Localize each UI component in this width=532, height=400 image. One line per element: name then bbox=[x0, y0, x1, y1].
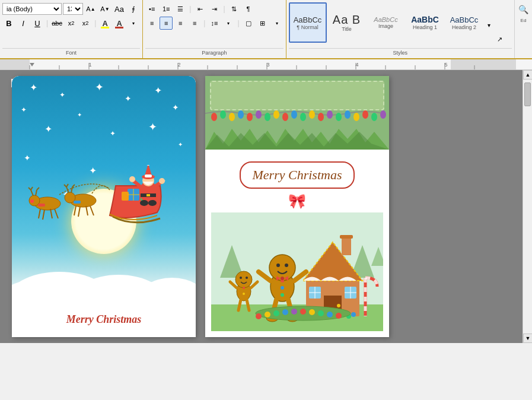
style-title[interactable]: Aa B Title bbox=[328, 2, 366, 43]
bullets-button[interactable]: •≡ bbox=[145, 2, 158, 15]
svg-point-82 bbox=[282, 113, 288, 121]
clear-formatting-button[interactable]: ⨎ bbox=[127, 2, 140, 15]
svg-point-75 bbox=[220, 110, 226, 119]
search-button[interactable]: 🔍 bbox=[517, 2, 531, 17]
style-image-preview: AaBbCc bbox=[374, 16, 397, 23]
ribbon-font-section: ia (Body) 13 A▲ A▼ Aa ⨎ B I U | abc bbox=[0, 0, 143, 58]
svg-text:4: 4 bbox=[355, 62, 358, 68]
svg-point-41 bbox=[30, 199, 34, 203]
svg-point-89 bbox=[345, 110, 351, 119]
editing-section: 🔍 Ed bbox=[514, 0, 532, 58]
svg-text:3: 3 bbox=[266, 62, 269, 68]
svg-rect-54 bbox=[74, 201, 81, 204]
svg-point-81 bbox=[273, 110, 279, 119]
svg-rect-57 bbox=[122, 192, 129, 201]
star-13: ✦ bbox=[24, 153, 31, 163]
ribbon: ia (Body) 13 A▲ A▼ Aa ⨎ B I U | abc bbox=[0, 0, 532, 59]
svg-point-123 bbox=[285, 264, 288, 267]
star-1: ✦ bbox=[30, 82, 37, 93]
svg-text:1: 1 bbox=[88, 62, 91, 68]
document-canvas: ⊞ ✦ ✦ ✦ ✦ ✦ ✦ ✦ ✦ ✦ ✦ ✦ ✦ bbox=[0, 70, 532, 343]
star-2: ✦ bbox=[59, 91, 65, 99]
left-card-scene: ✦ ✦ ✦ ✦ ✦ ✦ ✦ ✦ ✦ ✦ ✦ ✦ ✦ ✦ ✦ ✦ ✦ bbox=[12, 76, 196, 301]
svg-point-86 bbox=[318, 113, 324, 121]
italic-button[interactable]: I bbox=[17, 17, 30, 30]
styles-dialog-button[interactable]: ↗ bbox=[495, 33, 505, 46]
style-normal[interactable]: AaBbCc ¶ Normal bbox=[289, 2, 327, 43]
decrease-font-button[interactable]: A▼ bbox=[98, 2, 112, 15]
svg-rect-2 bbox=[0, 59, 30, 69]
scrollbar-up-button[interactable]: ▲ bbox=[523, 70, 532, 80]
style-title-preview: Aa B bbox=[333, 13, 361, 26]
text-highlight-button[interactable]: A bbox=[98, 17, 112, 30]
card-right: Merry Christmas 🎀 bbox=[205, 76, 389, 337]
decrease-indent-button[interactable]: ⇤ bbox=[193, 2, 206, 15]
search-icon: 🔍 bbox=[518, 5, 528, 14]
svg-point-146 bbox=[265, 312, 270, 318]
show-paragraph-button[interactable]: ¶ bbox=[242, 2, 255, 15]
align-center-button[interactable]: ≡ bbox=[160, 17, 173, 30]
style-normal-preview: AaBbCc bbox=[294, 15, 322, 24]
svg-point-122 bbox=[276, 264, 280, 267]
svg-rect-112 bbox=[342, 237, 351, 255]
svg-line-50 bbox=[74, 206, 76, 215]
bold-button[interactable]: B bbox=[2, 17, 15, 30]
svg-point-84 bbox=[300, 113, 306, 121]
font-color-dropdown[interactable]: ▾ bbox=[127, 17, 140, 30]
underline-button[interactable]: U bbox=[31, 17, 44, 30]
svg-point-71 bbox=[159, 178, 165, 184]
increase-indent-button[interactable]: ⇥ bbox=[208, 2, 221, 15]
strikethrough-button[interactable]: abc bbox=[50, 17, 63, 30]
bow-decoration: 🎀 bbox=[288, 193, 306, 209]
superscript-button[interactable]: x2 bbox=[79, 17, 92, 30]
svg-line-37 bbox=[39, 209, 40, 218]
svg-point-138 bbox=[243, 287, 245, 289]
svg-point-91 bbox=[362, 110, 368, 119]
line-spacing-dropdown[interactable]: ▾ bbox=[222, 17, 235, 30]
style-heading1[interactable]: AaBbC Heading 1 bbox=[406, 2, 444, 43]
ribbon-styles-section: AaBbCc ¶ Normal Aa B Title AaBbCc Image … bbox=[286, 0, 515, 58]
scrollbar-thumb[interactable] bbox=[524, 82, 531, 106]
scrollbar-down-button[interactable]: ▼ bbox=[523, 334, 532, 343]
svg-point-77 bbox=[238, 110, 244, 119]
cloud-bottom bbox=[12, 254, 196, 301]
ribbon-paragraph-section: •≡ 1≡ ☰ | ⇤ ⇥ | ⇅ ¶ ≡ ≡ ≡ ≡ | ↕≡ bbox=[143, 0, 286, 58]
increase-font-button[interactable]: A▲ bbox=[84, 2, 97, 15]
font-color-button[interactable]: A bbox=[113, 17, 126, 30]
justify-button[interactable]: ≡ bbox=[188, 17, 201, 30]
borders-button[interactable]: ⊞ bbox=[256, 17, 269, 30]
svg-point-90 bbox=[353, 113, 359, 121]
style-image[interactable]: AaBbCc Image bbox=[367, 2, 405, 43]
align-left-button[interactable]: ≡ bbox=[145, 17, 158, 30]
svg-point-117 bbox=[351, 312, 356, 317]
svg-point-74 bbox=[211, 113, 217, 121]
font-size-select[interactable]: 13 bbox=[63, 3, 83, 15]
shading-button[interactable]: ▢ bbox=[242, 17, 255, 30]
borders-dropdown[interactable]: ▾ bbox=[270, 17, 283, 30]
svg-point-80 bbox=[265, 113, 270, 121]
svg-rect-67 bbox=[146, 194, 150, 196]
svg-rect-65 bbox=[145, 174, 152, 177]
styles-section-label: Styles bbox=[289, 48, 512, 56]
align-right-button[interactable]: ≡ bbox=[174, 17, 187, 30]
font-family-select[interactable]: ia (Body) bbox=[2, 3, 62, 15]
numbering-button[interactable]: 1≡ bbox=[160, 2, 173, 15]
style-heading2[interactable]: AaBbCc Heading 2 bbox=[445, 2, 483, 43]
star-8: ✦ bbox=[172, 103, 179, 112]
line-spacing-button[interactable]: ↕≡ bbox=[208, 17, 221, 30]
sleigh-scene bbox=[24, 165, 178, 242]
right-card-merry-christmas: Merry Christmas bbox=[253, 167, 342, 182]
star-3: ✦ bbox=[95, 81, 104, 94]
styles-dropdown-button[interactable]: ▾ bbox=[485, 2, 494, 48]
change-case-button[interactable]: Aa bbox=[113, 2, 126, 15]
merry-christmas-badge: Merry Christmas bbox=[240, 161, 355, 189]
lights-svg bbox=[205, 109, 389, 126]
svg-line-53 bbox=[90, 206, 94, 215]
multilevel-button[interactable]: ☰ bbox=[174, 2, 187, 15]
subscript-button[interactable]: x2 bbox=[65, 17, 78, 30]
sort-button[interactable]: ⇅ bbox=[228, 2, 241, 15]
scrollbar-vertical[interactable]: ▲ ▼ bbox=[523, 70, 532, 343]
svg-point-76 bbox=[229, 113, 235, 121]
svg-rect-0 bbox=[0, 59, 516, 70]
style-normal-label: ¶ Normal bbox=[297, 24, 318, 30]
